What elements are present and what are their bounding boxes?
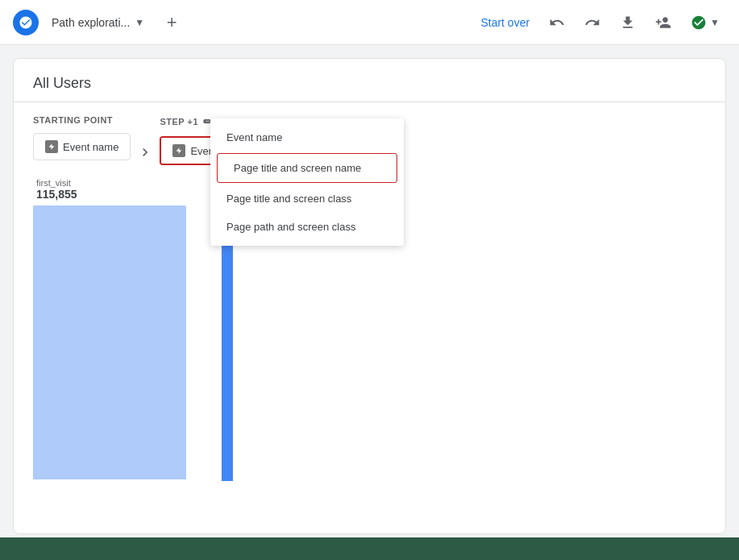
- all-users-header: All Users: [14, 59, 725, 102]
- bar1-value: 115,855: [36, 188, 186, 201]
- dropdown-item-page-path-screen-class-label: Page path and screen class: [226, 221, 355, 233]
- add-user-button[interactable]: [649, 8, 678, 37]
- step1-label-row: STEP +1 ✏: [160, 115, 213, 128]
- top-bar: Path explorati... ▼ + Start over ▼: [0, 0, 739, 45]
- tab-name-text: Path explorati...: [52, 16, 130, 29]
- dropdown-item-page-path-screen-class[interactable]: Page path and screen class: [210, 213, 404, 241]
- bar2-column: [222, 207, 233, 481]
- dropdown-menu: Event name Page title and screen name Pa…: [210, 118, 404, 246]
- dropdown-item-event-name[interactable]: Event name: [210, 123, 404, 151]
- dropdown-item-page-title-screen-class-label: Page title and screen class: [226, 193, 351, 205]
- tab-label[interactable]: Path explorati... ▼: [45, 11, 151, 34]
- dropdown-selected-wrapper: Page title and screen name: [217, 153, 397, 183]
- starting-point-label: STARTING POINT: [33, 115, 113, 125]
- bar2-rect: [222, 207, 233, 481]
- start-over-button[interactable]: Start over: [474, 11, 536, 34]
- download-button[interactable]: [613, 8, 642, 37]
- bottom-bar: [0, 537, 739, 560]
- dropdown-item-event-name-label: Event name: [226, 131, 282, 143]
- top-bar-right: Start over ▼: [474, 8, 726, 37]
- step1-label-text: STEP +1: [160, 117, 198, 127]
- tab-dropdown-arrow-icon: ▼: [135, 17, 144, 28]
- step1-icon: [172, 144, 185, 157]
- bar1-column: first_visit 115,855: [33, 178, 186, 481]
- section-title: All Users: [33, 75, 91, 91]
- app-logo: [13, 10, 39, 35]
- step-arrow: [131, 144, 160, 160]
- dropdown-item-page-title-screen-name[interactable]: Page title and screen name: [218, 154, 396, 182]
- redo-button[interactable]: [578, 8, 607, 37]
- starting-point-icon: [45, 140, 58, 153]
- dropdown-item-page-title-screen-name-label: Page title and screen name: [234, 162, 361, 174]
- check-button[interactable]: ▼: [684, 11, 726, 34]
- check-dropdown-icon: ▼: [710, 17, 720, 28]
- add-tab-button[interactable]: +: [157, 8, 186, 37]
- main-content-card: All Users STARTING POINT Event name STEP…: [13, 58, 726, 534]
- bar1-label: first_visit: [36, 178, 186, 188]
- starting-point-btn-label: Event name: [63, 141, 118, 153]
- bar1-rect: [33, 205, 186, 479]
- top-bar-left: Path explorati... ▼ +: [13, 8, 186, 37]
- dropdown-item-page-title-screen-class[interactable]: Page title and screen class: [210, 185, 404, 213]
- starting-point-button[interactable]: Event name: [33, 133, 131, 160]
- starting-point-column: STARTING POINT Event name: [33, 115, 131, 160]
- undo-button[interactable]: [542, 8, 571, 37]
